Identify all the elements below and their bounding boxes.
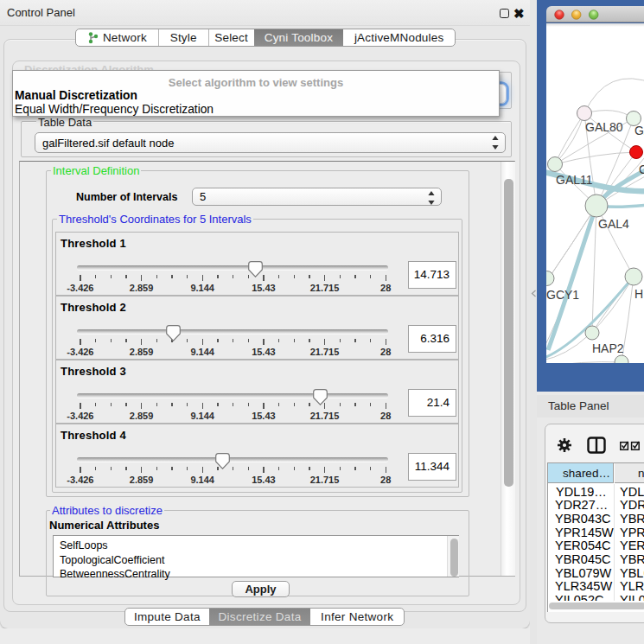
svg-text:GCY1: GCY1 (546, 288, 579, 302)
svg-text:GA: GA (634, 124, 644, 137)
svg-text:HAP2: HAP2 (592, 341, 624, 355)
svg-text:GAL11: GAL11 (556, 173, 593, 187)
svg-text:GAL4: GAL4 (598, 217, 629, 231)
svg-text:GAL80: GAL80 (585, 120, 623, 134)
svg-text:H: H (634, 287, 643, 301)
svg-text:C: C (639, 163, 644, 176)
